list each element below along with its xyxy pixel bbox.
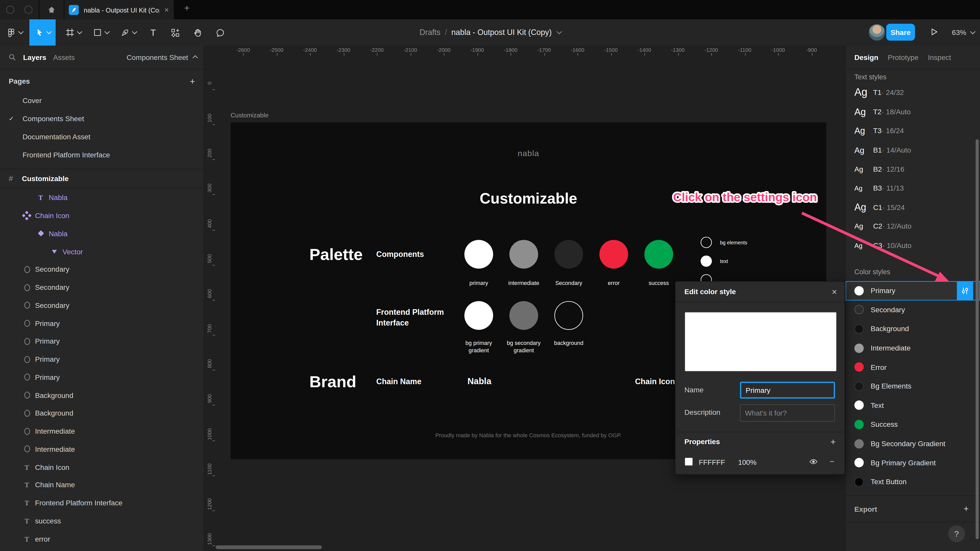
zoom-control[interactable]: 63% bbox=[952, 19, 974, 46]
layer-row[interactable]: Secondary bbox=[0, 279, 204, 297]
frame-row[interactable]: # Customizable bbox=[0, 168, 204, 188]
layer-row[interactable]: Background bbox=[0, 404, 204, 422]
color-style-row[interactable]: Primary bbox=[845, 281, 980, 300]
tab-prototype[interactable]: Prototype bbox=[888, 53, 918, 61]
text-style-row[interactable]: Ag B3 · 11/13 bbox=[845, 179, 980, 198]
layer-row[interactable]: T Chain Icon bbox=[0, 458, 204, 476]
layer-row[interactable]: Secondary bbox=[0, 260, 204, 278]
canvas-color-circle[interactable] bbox=[465, 240, 493, 268]
color-style-row[interactable]: Bg Secondary Gradient bbox=[845, 434, 980, 453]
breadcrumb-file-title[interactable]: nabla - Outpost UI Kit (Copy) bbox=[452, 28, 552, 37]
visibility-toggle[interactable] bbox=[809, 457, 818, 467]
tab-inspect[interactable]: Inspect bbox=[928, 53, 951, 61]
page-row[interactable]: ✓ Cover bbox=[0, 91, 204, 110]
layer-row[interactable]: T Frontend Platform Interface bbox=[0, 494, 204, 512]
color-style-row[interactable]: Intermediate bbox=[845, 338, 980, 358]
text-tool-button[interactable]: T bbox=[142, 19, 164, 46]
comment-tool-button[interactable] bbox=[209, 19, 231, 46]
settings-icon-button[interactable] bbox=[957, 281, 973, 300]
tab-design[interactable]: Design bbox=[854, 53, 878, 61]
layer-row[interactable]: Primary bbox=[0, 332, 204, 350]
text-style-row[interactable]: Ag T2 · 18/Auto bbox=[845, 102, 980, 121]
page-row[interactable]: ✓ Components Sheet bbox=[0, 110, 204, 127]
panel-scrollbar[interactable] bbox=[976, 139, 979, 539]
text-style-row[interactable]: Ag B2 · 12/16 bbox=[845, 159, 980, 179]
canvas-color-circle[interactable] bbox=[700, 237, 712, 248]
browser-tab[interactable]: nabla - Outpost UI Kit (Copy) × bbox=[65, 0, 174, 19]
layer-row[interactable]: T success bbox=[0, 512, 204, 530]
artboard-label[interactable]: Customizable bbox=[231, 112, 269, 119]
canvas-color-circle[interactable] bbox=[465, 301, 493, 330]
canvas-color-circle[interactable] bbox=[509, 301, 538, 330]
page-selector[interactable]: Components Sheet bbox=[127, 53, 197, 61]
frame-tool-button[interactable] bbox=[60, 19, 86, 46]
layer-row[interactable]: Primary bbox=[0, 350, 204, 368]
canvas-color-circle[interactable] bbox=[509, 240, 538, 268]
add-property-button[interactable]: + bbox=[830, 437, 835, 447]
avatar[interactable] bbox=[869, 24, 885, 41]
resources-tool-button[interactable] bbox=[164, 19, 186, 46]
canvas-color-circle[interactable] bbox=[644, 240, 673, 268]
layer-row[interactable]: Nabla bbox=[0, 224, 204, 242]
text-style-row[interactable]: Ag B1 · 14/Auto bbox=[845, 140, 980, 159]
help-button[interactable]: ? bbox=[948, 526, 965, 542]
text-style-row[interactable]: Ag C2 · 12/Auto bbox=[845, 217, 980, 236]
layer-row[interactable]: T error bbox=[0, 530, 204, 548]
present-button[interactable] bbox=[929, 27, 939, 39]
tab-layers[interactable]: Layers bbox=[23, 53, 46, 61]
home-button[interactable] bbox=[44, 4, 59, 15]
window-control-icon[interactable] bbox=[6, 6, 14, 14]
text-style-row[interactable]: Ag C1 · 15/24 bbox=[845, 198, 980, 217]
name-field[interactable] bbox=[740, 382, 835, 399]
layer-row[interactable]: Background bbox=[0, 386, 204, 404]
color-style-row[interactable]: Text bbox=[845, 396, 980, 415]
window-control-icon[interactable] bbox=[24, 6, 33, 14]
color-style-row[interactable]: Text Button bbox=[845, 472, 980, 491]
canvas-color-circle[interactable] bbox=[554, 240, 583, 268]
tab-close-icon[interactable]: × bbox=[164, 5, 169, 14]
layer-row[interactable]: Primary bbox=[0, 368, 204, 386]
layer-row[interactable]: Vector bbox=[0, 243, 204, 260]
page-row[interactable]: ✓ Documentation Asset bbox=[0, 127, 204, 146]
color-style-row[interactable]: Error bbox=[845, 358, 980, 377]
add-export-button[interactable]: + bbox=[964, 503, 969, 513]
canvas-color-circle[interactable] bbox=[700, 256, 712, 267]
share-button[interactable]: Share bbox=[886, 24, 915, 41]
layer-row[interactable]: Chain Icon bbox=[0, 206, 204, 224]
property-opacity-value[interactable]: 100% bbox=[738, 459, 756, 466]
horizontal-scrollbar[interactable] bbox=[216, 545, 322, 549]
breadcrumb-drafts[interactable]: Drafts bbox=[420, 28, 441, 37]
layer-row[interactable]: Intermediate bbox=[0, 440, 204, 458]
move-tool-button[interactable] bbox=[29, 19, 56, 46]
description-field[interactable] bbox=[740, 404, 835, 422]
canvas-color-circle[interactable] bbox=[554, 301, 583, 330]
hand-tool-button[interactable] bbox=[186, 19, 209, 46]
shape-tool-button[interactable] bbox=[88, 19, 114, 46]
new-tab-button[interactable]: + bbox=[180, 3, 194, 13]
layer-row[interactable]: Secondary bbox=[0, 297, 204, 314]
main-menu-button[interactable] bbox=[0, 19, 29, 46]
add-page-button[interactable]: + bbox=[190, 76, 195, 86]
close-icon[interactable]: × bbox=[832, 287, 837, 297]
tab-assets[interactable]: Assets bbox=[53, 53, 75, 61]
color-style-row[interactable]: Bg Elements bbox=[845, 377, 980, 396]
property-hex-value[interactable]: FFFFFF bbox=[699, 459, 725, 466]
layer-row[interactable]: T Nabla bbox=[0, 189, 204, 206]
pen-tool-button[interactable] bbox=[115, 19, 142, 46]
layer-row[interactable]: T Chain Name bbox=[0, 476, 204, 494]
layer-row[interactable]: Intermediate bbox=[0, 422, 204, 440]
text-style-row[interactable]: Ag C3 · 10/Auto bbox=[845, 236, 980, 255]
color-style-row[interactable]: Bg Primary Gradient bbox=[845, 453, 980, 472]
chevron-down-icon[interactable] bbox=[557, 29, 562, 34]
property-color-swatch[interactable] bbox=[684, 457, 693, 466]
color-style-row[interactable]: Success bbox=[845, 415, 980, 434]
color-style-row[interactable]: Secondary bbox=[845, 300, 980, 319]
page-row[interactable]: ✓ Frontend Platform Interface bbox=[0, 146, 204, 164]
text-style-row[interactable]: Ag T1 · 24/32 bbox=[845, 83, 980, 102]
text-style-row[interactable]: Ag T3 · 16/24 bbox=[845, 121, 980, 141]
remove-property-button[interactable]: − bbox=[830, 457, 835, 466]
layer-row[interactable]: Primary bbox=[0, 314, 204, 332]
search-button[interactable] bbox=[8, 53, 16, 61]
color-style-row[interactable]: Background bbox=[845, 319, 980, 338]
canvas-color-circle[interactable] bbox=[600, 240, 628, 268]
